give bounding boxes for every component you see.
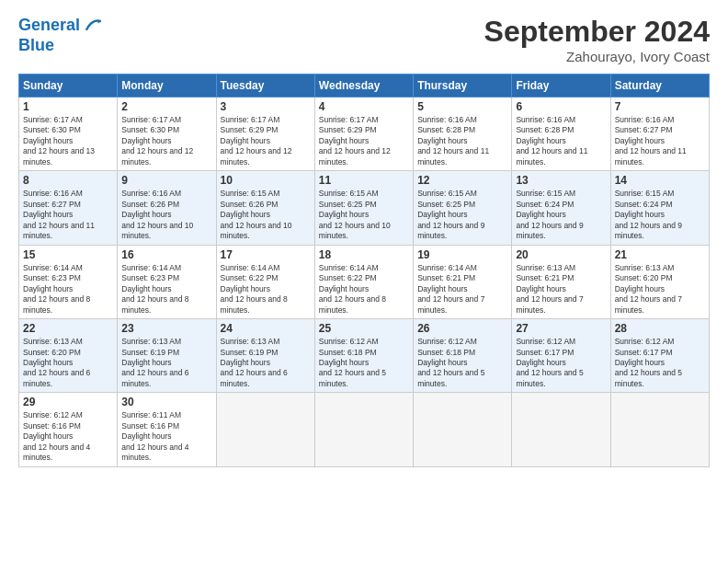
logo: General Blue — [18, 15, 104, 55]
day-info: Sunrise: 6:16 AMSunset: 6:27 PMDaylight … — [23, 189, 113, 241]
day-number: 24 — [221, 322, 311, 335]
calendar-cell: 21Sunrise: 6:13 AMSunset: 6:20 PMDayligh… — [610, 245, 709, 318]
day-number: 16 — [121, 248, 211, 261]
calendar-cell: 16Sunrise: 6:14 AMSunset: 6:23 PMDayligh… — [118, 245, 216, 318]
day-number: 30 — [121, 396, 211, 408]
calendar-cell: 17Sunrise: 6:14 AMSunset: 6:22 PMDayligh… — [216, 245, 314, 318]
calendar-cell: 1Sunrise: 6:17 AMSunset: 6:30 PMDaylight… — [19, 98, 118, 171]
location: Zahourayo, Ivory Coast — [484, 49, 710, 64]
calendar-week-3: 15Sunrise: 6:14 AMSunset: 6:23 PMDayligh… — [19, 245, 710, 318]
day-info: Sunrise: 6:14 AMSunset: 6:23 PMDaylight … — [121, 263, 211, 316]
day-header-wednesday: Wednesday — [314, 75, 413, 98]
calendar-cell: 3Sunrise: 6:17 AMSunset: 6:29 PMDaylight… — [216, 98, 314, 171]
calendar-cell — [414, 393, 512, 466]
day-info: Sunrise: 6:12 AMSunset: 6:16 PMDaylight … — [23, 410, 113, 463]
calendar-cell: 18Sunrise: 6:14 AMSunset: 6:22 PMDayligh… — [314, 245, 413, 318]
calendar-cell: 11Sunrise: 6:15 AMSunset: 6:25 PMDayligh… — [314, 171, 413, 245]
calendar-cell — [314, 393, 413, 466]
calendar-cell: 13Sunrise: 6:15 AMSunset: 6:24 PMDayligh… — [512, 171, 610, 245]
calendar-cell: 20Sunrise: 6:13 AMSunset: 6:21 PMDayligh… — [512, 245, 610, 318]
day-number: 10 — [221, 174, 311, 187]
day-info: Sunrise: 6:14 AMSunset: 6:23 PMDaylight … — [23, 263, 113, 316]
day-info: Sunrise: 6:13 AMSunset: 6:19 PMDaylight … — [121, 337, 211, 389]
day-info: Sunrise: 6:15 AMSunset: 6:24 PMDaylight … — [516, 189, 606, 241]
day-info: Sunrise: 6:16 AMSunset: 6:27 PMDaylight … — [615, 115, 705, 167]
calendar-container: General Blue September 2024 Zahourayo, I… — [0, 0, 728, 477]
day-number: 21 — [615, 248, 705, 261]
calendar-cell — [610, 393, 709, 466]
calendar-body: 1Sunrise: 6:17 AMSunset: 6:30 PMDaylight… — [19, 98, 710, 467]
day-header-saturday: Saturday — [610, 75, 709, 98]
calendar-cell: 24Sunrise: 6:13 AMSunset: 6:19 PMDayligh… — [216, 319, 314, 393]
day-number: 3 — [221, 100, 311, 113]
calendar-cell: 12Sunrise: 6:15 AMSunset: 6:25 PMDayligh… — [414, 171, 512, 245]
day-number: 19 — [417, 248, 507, 261]
day-info: Sunrise: 6:16 AMSunset: 6:26 PMDaylight … — [121, 189, 211, 241]
calendar-cell: 22Sunrise: 6:13 AMSunset: 6:20 PMDayligh… — [19, 319, 118, 393]
calendar-cell: 2Sunrise: 6:17 AMSunset: 6:30 PMDaylight… — [118, 98, 216, 171]
day-info: Sunrise: 6:15 AMSunset: 6:24 PMDaylight … — [615, 189, 705, 241]
calendar-table: SundayMondayTuesdayWednesdayThursdayFrid… — [18, 74, 710, 467]
day-number: 8 — [23, 174, 113, 187]
day-header-thursday: Thursday — [414, 75, 512, 98]
calendar-header: General Blue September 2024 Zahourayo, I… — [18, 15, 710, 64]
day-number: 12 — [417, 174, 507, 187]
day-info: Sunrise: 6:13 AMSunset: 6:19 PMDaylight … — [221, 337, 311, 389]
logo-text: General — [18, 17, 80, 35]
day-info: Sunrise: 6:12 AMSunset: 6:17 PMDaylight … — [615, 337, 705, 389]
day-number: 29 — [23, 396, 113, 408]
day-info: Sunrise: 6:14 AMSunset: 6:22 PMDaylight … — [221, 263, 311, 316]
calendar-header-row: SundayMondayTuesdayWednesdayThursdayFrid… — [19, 75, 710, 98]
calendar-week-4: 22Sunrise: 6:13 AMSunset: 6:20 PMDayligh… — [19, 319, 710, 393]
day-number: 15 — [23, 248, 113, 261]
calendar-cell: 4Sunrise: 6:17 AMSunset: 6:29 PMDaylight… — [314, 98, 413, 171]
day-number: 1 — [23, 100, 113, 113]
day-info: Sunrise: 6:12 AMSunset: 6:17 PMDaylight … — [516, 337, 606, 389]
day-info: Sunrise: 6:17 AMSunset: 6:30 PMDaylight … — [121, 115, 211, 167]
day-info: Sunrise: 6:15 AMSunset: 6:26 PMDaylight … — [221, 189, 311, 241]
logo-text2: Blue — [18, 37, 54, 55]
calendar-cell: 25Sunrise: 6:12 AMSunset: 6:18 PMDayligh… — [314, 319, 413, 393]
calendar-cell: 23Sunrise: 6:13 AMSunset: 6:19 PMDayligh… — [118, 319, 216, 393]
day-number: 17 — [221, 248, 311, 261]
calendar-cell: 19Sunrise: 6:14 AMSunset: 6:21 PMDayligh… — [414, 245, 512, 318]
calendar-cell: 26Sunrise: 6:12 AMSunset: 6:18 PMDayligh… — [414, 319, 512, 393]
day-info: Sunrise: 6:14 AMSunset: 6:22 PMDaylight … — [319, 263, 409, 316]
calendar-cell — [216, 393, 314, 466]
calendar-cell: 30Sunrise: 6:11 AMSunset: 6:16 PMDayligh… — [118, 393, 216, 466]
day-number: 5 — [417, 100, 507, 113]
day-info: Sunrise: 6:13 AMSunset: 6:21 PMDaylight … — [516, 263, 606, 316]
day-header-tuesday: Tuesday — [216, 75, 314, 98]
calendar-cell: 7Sunrise: 6:16 AMSunset: 6:27 PMDaylight… — [610, 98, 709, 171]
day-info: Sunrise: 6:13 AMSunset: 6:20 PMDaylight … — [615, 263, 705, 316]
day-info: Sunrise: 6:13 AMSunset: 6:20 PMDaylight … — [23, 337, 113, 389]
day-info: Sunrise: 6:11 AMSunset: 6:16 PMDaylight … — [121, 410, 211, 463]
day-header-friday: Friday — [512, 75, 610, 98]
day-number: 11 — [319, 174, 409, 187]
day-info: Sunrise: 6:12 AMSunset: 6:18 PMDaylight … — [319, 337, 409, 389]
month-title: September 2024 — [484, 15, 710, 49]
day-info: Sunrise: 6:17 AMSunset: 6:29 PMDaylight … — [221, 115, 311, 167]
day-number: 13 — [516, 174, 606, 187]
calendar-cell: 6Sunrise: 6:16 AMSunset: 6:28 PMDaylight… — [512, 98, 610, 171]
calendar-cell: 10Sunrise: 6:15 AMSunset: 6:26 PMDayligh… — [216, 171, 314, 245]
title-block: September 2024 Zahourayo, Ivory Coast — [484, 15, 710, 64]
day-number: 23 — [121, 322, 211, 335]
calendar-cell — [512, 393, 610, 466]
day-info: Sunrise: 6:17 AMSunset: 6:29 PMDaylight … — [319, 115, 409, 167]
calendar-cell: 29Sunrise: 6:12 AMSunset: 6:16 PMDayligh… — [19, 393, 118, 466]
calendar-cell: 8Sunrise: 6:16 AMSunset: 6:27 PMDaylight… — [19, 171, 118, 245]
day-header-monday: Monday — [118, 75, 216, 98]
day-number: 20 — [516, 248, 606, 261]
day-number: 2 — [121, 100, 211, 113]
day-number: 28 — [615, 322, 705, 335]
day-header-sunday: Sunday — [19, 75, 118, 98]
day-number: 25 — [319, 322, 409, 335]
day-info: Sunrise: 6:16 AMSunset: 6:28 PMDaylight … — [516, 115, 606, 167]
day-info: Sunrise: 6:14 AMSunset: 6:21 PMDaylight … — [417, 263, 507, 316]
day-number: 7 — [615, 100, 705, 113]
day-info: Sunrise: 6:15 AMSunset: 6:25 PMDaylight … — [319, 189, 409, 241]
day-info: Sunrise: 6:12 AMSunset: 6:18 PMDaylight … — [417, 337, 507, 389]
calendar-cell: 27Sunrise: 6:12 AMSunset: 6:17 PMDayligh… — [512, 319, 610, 393]
day-info: Sunrise: 6:17 AMSunset: 6:30 PMDaylight … — [23, 115, 113, 167]
